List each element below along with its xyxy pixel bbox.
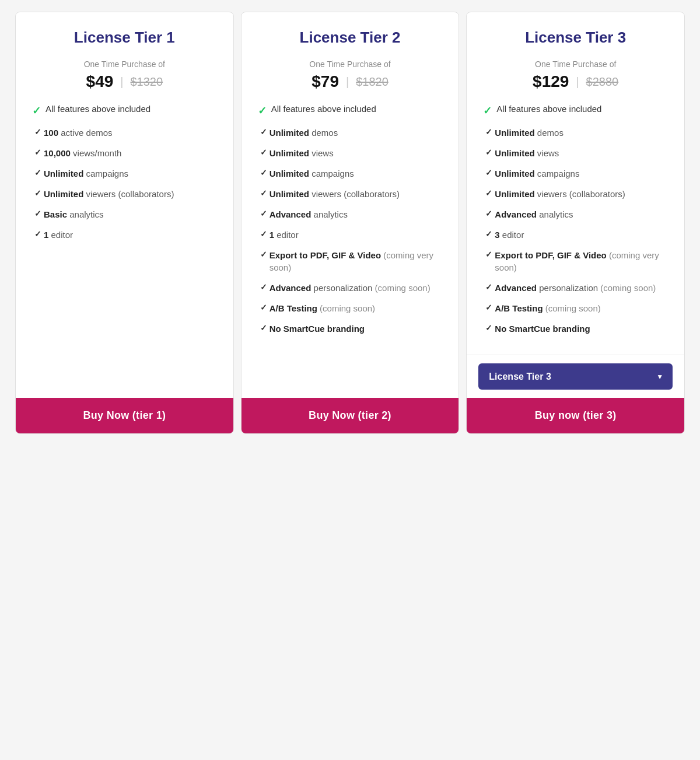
feature-text: 1 editor: [44, 229, 73, 241]
feature-item: ✓ 3 editor: [485, 229, 668, 241]
feature-item: ✓ Unlimited views: [260, 147, 443, 159]
check-icon: ✓: [34, 167, 41, 179]
price-original: $1320: [130, 75, 163, 89]
check-icon: ✓: [260, 302, 267, 314]
feature-text: Unlimited views: [270, 147, 334, 159]
tier-title: License Tier 1: [32, 29, 217, 47]
buy-button[interactable]: Buy Now (tier 2): [242, 398, 459, 433]
feature-text: Unlimited views: [495, 147, 559, 159]
price-row: $79 | $1820: [258, 72, 443, 91]
feature-item: ✓ Unlimited views: [485, 147, 668, 159]
feature-text: Unlimited campaigns: [495, 167, 579, 180]
check-icon: ✓: [34, 229, 41, 240]
check-icon: ✓: [34, 208, 41, 220]
tier-card-tier1: License Tier 1 One Time Purchase of $49 …: [15, 12, 234, 434]
feature-item: ✓ Unlimited viewers (collaborators): [485, 188, 668, 200]
feature-item: ✓ Basic analytics: [34, 208, 217, 220]
feature-item: ✓ Advanced analytics: [260, 208, 443, 220]
feature-item: ✓ No SmartCue branding: [260, 323, 443, 335]
features-list: ✓ Unlimited demos ✓ Unlimited views ✓ Un…: [258, 127, 443, 335]
tier-title: License Tier 2: [258, 29, 443, 47]
feature-text: No SmartCue branding: [495, 323, 590, 335]
tier-card-inner: License Tier 3 One Time Purchase of $129…: [467, 12, 684, 355]
check-icon: ✓: [485, 147, 492, 159]
check-green-icon: ✓: [258, 104, 267, 117]
price-section: One Time Purchase of $49 | $1320: [32, 59, 217, 91]
feature-item: ✓ Export to PDF, GIF & Video (coming ver…: [485, 249, 668, 274]
feature-item: ✓ A/B Testing (coming soon): [260, 302, 443, 314]
feature-item: ✓ 100 active demos: [34, 127, 217, 139]
price-row: $129 | $2880: [483, 72, 668, 91]
feature-text: Unlimited demos: [495, 127, 564, 139]
feature-item: ✓ A/B Testing (coming soon): [485, 302, 668, 314]
price-current: $49: [86, 72, 114, 91]
feature-text: Advanced personalization (coming soon): [495, 282, 656, 294]
price-section: One Time Purchase of $79 | $1820: [258, 59, 443, 91]
dropdown-section: License Tier 3: [467, 355, 684, 398]
tier-card-inner: License Tier 1 One Time Purchase of $49 …: [16, 12, 233, 362]
check-icon: ✓: [485, 323, 492, 334]
all-features-header: ✓ All features above included: [258, 104, 443, 117]
price-divider: |: [346, 75, 349, 89]
check-icon: ✓: [485, 127, 492, 138]
feature-item: ✓ Advanced analytics: [485, 208, 668, 220]
feature-text: 1 editor: [270, 229, 299, 241]
price-original: $1820: [356, 75, 388, 89]
check-icon: ✓: [34, 147, 41, 159]
feature-text: Unlimited campaigns: [44, 167, 128, 180]
check-icon: ✓: [260, 208, 267, 220]
buy-button[interactable]: Buy Now (tier 1): [16, 398, 233, 433]
check-icon: ✓: [260, 249, 267, 261]
tier-card-tier2: License Tier 2 One Time Purchase of $79 …: [241, 12, 460, 434]
price-section: One Time Purchase of $129 | $2880: [483, 59, 668, 91]
feature-text: Export to PDF, GIF & Video (coming very …: [270, 249, 443, 274]
check-icon: ✓: [260, 188, 267, 199]
features-section: ✓ All features above included ✓ Unlimite…: [483, 104, 668, 343]
features-section: ✓ All features above included ✓ Unlimite…: [258, 104, 443, 350]
price-label: One Time Purchase of: [483, 59, 668, 69]
feature-text: A/B Testing (coming soon): [270, 302, 375, 314]
feature-item: ✓ 1 editor: [34, 229, 217, 241]
check-icon: ✓: [260, 147, 267, 159]
all-features-text: All features above included: [496, 104, 601, 114]
features-list: ✓ 100 active demos ✓ 10,000 views/month …: [32, 127, 217, 241]
check-icon: ✓: [485, 249, 492, 261]
check-icon: ✓: [485, 282, 492, 293]
buy-button[interactable]: Buy now (tier 3): [467, 398, 684, 433]
feature-text: 3 editor: [495, 229, 524, 241]
feature-text: Unlimited viewers (collaborators): [495, 188, 625, 200]
check-icon: ✓: [485, 188, 492, 199]
check-icon: ✓: [260, 282, 267, 293]
tier-title: License Tier 3: [483, 29, 668, 47]
feature-text: 10,000 views/month: [44, 147, 121, 159]
feature-item: ✓ Advanced personalization (coming soon): [485, 282, 668, 294]
all-features-header: ✓ All features above included: [483, 104, 668, 117]
check-icon: ✓: [260, 323, 267, 334]
feature-text: Export to PDF, GIF & Video (coming very …: [495, 249, 668, 274]
all-features-text: All features above included: [46, 104, 150, 114]
check-icon: ✓: [34, 127, 41, 138]
features-section: ✓ All features above included ✓ 100 acti…: [32, 104, 217, 350]
price-divider: |: [576, 75, 579, 89]
feature-text: Advanced analytics: [270, 208, 348, 220]
price-current: $129: [533, 72, 569, 91]
price-row: $49 | $1320: [32, 72, 217, 91]
price-divider: |: [120, 75, 123, 89]
feature-item: ✓ Unlimited viewers (collaborators): [34, 188, 217, 200]
check-green-icon: ✓: [32, 104, 41, 117]
feature-item: ✓ Advanced personalization (coming soon): [260, 282, 443, 294]
feature-text: Advanced personalization (coming soon): [270, 282, 430, 294]
tier-dropdown-wrapper[interactable]: License Tier 3: [478, 363, 673, 390]
check-icon: ✓: [260, 167, 267, 179]
feature-item: ✓ Unlimited campaigns: [260, 167, 443, 180]
feature-text: No SmartCue branding: [270, 323, 365, 335]
check-icon: ✓: [260, 229, 267, 240]
price-label: One Time Purchase of: [258, 59, 443, 69]
price-label: One Time Purchase of: [32, 59, 217, 69]
feature-item: ✓ Unlimited viewers (collaborators): [260, 188, 443, 200]
feature-text: A/B Testing (coming soon): [495, 302, 600, 314]
features-list: ✓ Unlimited demos ✓ Unlimited views ✓ Un…: [483, 127, 668, 335]
pricing-container: License Tier 1 One Time Purchase of $49 …: [12, 12, 688, 434]
tier-select[interactable]: License Tier 3: [478, 363, 673, 390]
check-icon: ✓: [485, 229, 492, 240]
